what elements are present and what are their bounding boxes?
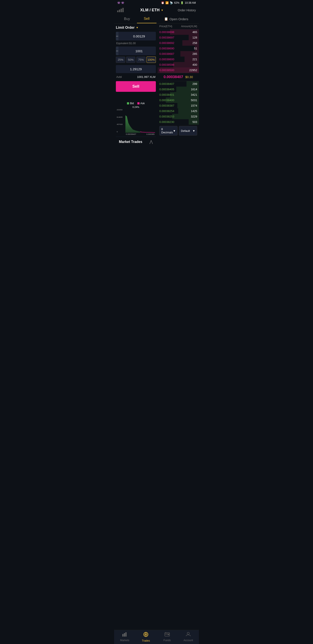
pair-label: XLM / ETH bbox=[140, 8, 160, 12]
bid-row[interactable]: 0.00038387 1574 bbox=[158, 103, 199, 108]
ask-label: Ask bbox=[140, 102, 145, 105]
bid-price-1: 0.00038405 bbox=[159, 88, 174, 91]
bid-price-3: 0.00038400 bbox=[159, 98, 174, 102]
bid-dot bbox=[127, 102, 129, 104]
svg-marker-4 bbox=[125, 111, 140, 133]
bid-amount-2: 3421 bbox=[191, 93, 197, 96]
bid-row[interactable]: 0.00038405 1614 bbox=[158, 86, 199, 92]
svg-rect-6 bbox=[122, 634, 123, 636]
main-content: Limit Order ▼ − + Equivalent $1.00 − + 2… bbox=[114, 24, 199, 642]
trade-tabs: Buy Sell 📋 Open Orders bbox=[114, 14, 199, 24]
amount-input-row: − + bbox=[116, 46, 156, 55]
nav-trades[interactable]: Trades bbox=[135, 630, 157, 644]
total-display: 1.29129 bbox=[116, 65, 156, 73]
order-form-panel: Limit Order ▼ − + Equivalent $1.00 − + 2… bbox=[114, 24, 158, 642]
ask-amount-3: 51 bbox=[194, 47, 197, 50]
bottom-navigation: Markets Trades Funds bbox=[114, 630, 199, 644]
pct-50-button[interactable]: 50% bbox=[126, 56, 135, 63]
price-input-row: − + bbox=[116, 32, 156, 40]
pct-75-button[interactable]: 75% bbox=[136, 56, 146, 63]
ask-row[interactable]: 0.00038600 221 bbox=[158, 56, 199, 62]
bid-price-7: 0.00038230 bbox=[159, 120, 174, 124]
bid-amount-3: 5031 bbox=[191, 98, 197, 102]
pair-dropdown-arrow: ▼ bbox=[161, 9, 163, 12]
percent-row: 25% 50% 75% 100% bbox=[116, 56, 156, 63]
svg-rect-3 bbox=[122, 8, 124, 12]
ask-orders: 0.00038698 465 0.00038697 128 0.00038692… bbox=[158, 29, 199, 73]
order-history-link[interactable]: Order History bbox=[178, 8, 196, 12]
amount-input[interactable] bbox=[118, 49, 156, 53]
bid-orders: 0.00038407 299 0.00038405 1614 0.0003840… bbox=[158, 81, 199, 125]
funds-label: Funds bbox=[163, 639, 171, 642]
bid-row[interactable]: 0.00038230 503 bbox=[158, 119, 199, 125]
svg-rect-18 bbox=[165, 632, 166, 633]
bid-row[interactable]: 0.00038401 3421 bbox=[158, 92, 199, 98]
order-book-panel: Price(ETH) Amount(XLM) 0.00038698 465 0.… bbox=[158, 24, 199, 642]
collapse-button[interactable]: ⋀ bbox=[150, 140, 153, 144]
y-label-1: 814835 bbox=[117, 116, 125, 118]
svg-rect-0 bbox=[117, 10, 118, 12]
bid-amount-5: 1425 bbox=[191, 110, 197, 113]
bid-row[interactable]: 0.00038400 5031 bbox=[158, 98, 199, 103]
pct-25-button[interactable]: 25% bbox=[116, 56, 125, 63]
svg-point-19 bbox=[187, 632, 189, 634]
markets-label: Markets bbox=[120, 639, 129, 642]
ask-row[interactable]: 0.00038500 22952 bbox=[158, 68, 199, 73]
markets-icon bbox=[122, 632, 127, 638]
nav-markets[interactable]: Markets bbox=[114, 630, 135, 644]
ask-price-1: 0.00038697 bbox=[159, 36, 174, 39]
order-type-selector[interactable]: Limit Order ▼ bbox=[116, 26, 156, 30]
bid-row[interactable]: 0.00038253 3229 bbox=[158, 114, 199, 119]
signal-icon: 📡 bbox=[170, 1, 173, 4]
amount-decrease-button[interactable]: − bbox=[116, 46, 118, 55]
ask-dot bbox=[137, 102, 140, 104]
mid-price-usd: $0.30 bbox=[185, 75, 193, 79]
ask-amount-4: 285 bbox=[192, 52, 197, 56]
wifi-icon: 📶 bbox=[165, 1, 169, 4]
bid-row[interactable]: 0.00038407 299 bbox=[158, 81, 199, 86]
bid-label: Bid bbox=[130, 102, 134, 105]
x-label-1: 0.000385 bbox=[146, 133, 155, 135]
bid-amount-0: 299 bbox=[192, 82, 197, 86]
ask-price-5: 0.00038600 bbox=[159, 58, 174, 61]
funds-icon bbox=[165, 632, 170, 638]
battery-text: 62% bbox=[174, 1, 179, 4]
mid-price-row: 0.00038407 $0.30 bbox=[158, 73, 199, 81]
open-orders-label: Open Orders bbox=[170, 17, 188, 21]
tab-sell[interactable]: Sell bbox=[137, 14, 157, 23]
chart-spread-label: 0.24% bbox=[117, 106, 155, 108]
trading-pair[interactable]: XLM / ETH ▼ bbox=[140, 8, 163, 12]
svg-point-12 bbox=[145, 634, 146, 635]
ask-row[interactable]: 0.00038598 400 bbox=[158, 62, 199, 68]
default-label: Default bbox=[181, 129, 190, 132]
bid-row[interactable]: 0.00038254 1425 bbox=[158, 108, 199, 114]
chart-x-axis: 0.00038407 0.000385 bbox=[117, 133, 155, 135]
ask-row[interactable]: 0.00038698 465 bbox=[158, 29, 199, 35]
y-label-0: 222252 bbox=[117, 109, 125, 111]
chart-legend: Bid Ask bbox=[117, 102, 155, 105]
svg-rect-1 bbox=[119, 10, 120, 12]
price-decrease-button[interactable]: − bbox=[116, 32, 118, 40]
ask-row[interactable]: 0.00038692 258 bbox=[158, 40, 199, 46]
nav-funds[interactable]: Funds bbox=[156, 630, 178, 644]
svg-rect-2 bbox=[121, 9, 122, 12]
price-input[interactable] bbox=[118, 34, 156, 38]
decimals-selector[interactable]: 8 Decimals ▼ bbox=[159, 126, 178, 136]
open-orders-icon: 📋 bbox=[164, 17, 168, 21]
status-right: ⏰ 📶 📡 62% 🔋 10:38 AM bbox=[161, 1, 196, 4]
pct-100-button[interactable]: 100% bbox=[146, 56, 156, 63]
y-label-2: 407418 bbox=[117, 123, 125, 125]
market-trades-header: Market Trades ⋀ bbox=[119, 140, 153, 144]
tab-open-orders[interactable]: 📋 Open Orders bbox=[156, 15, 196, 23]
nav-account[interactable]: Account bbox=[178, 630, 199, 644]
ask-row[interactable]: 0.00038687 285 bbox=[158, 51, 199, 56]
tab-buy[interactable]: Buy bbox=[117, 15, 137, 23]
ask-row[interactable]: 0.00038697 128 bbox=[158, 35, 199, 40]
svg-rect-7 bbox=[124, 633, 125, 636]
order-type-arrow: ▼ bbox=[136, 26, 138, 29]
ask-row[interactable]: 0.00038690 51 bbox=[158, 46, 199, 51]
market-trades-section: Market Trades ⋀ bbox=[116, 137, 156, 147]
svg-rect-16 bbox=[165, 634, 170, 634]
sell-button[interactable]: Sell bbox=[116, 81, 156, 92]
default-selector[interactable]: Default ▼ bbox=[179, 126, 197, 136]
